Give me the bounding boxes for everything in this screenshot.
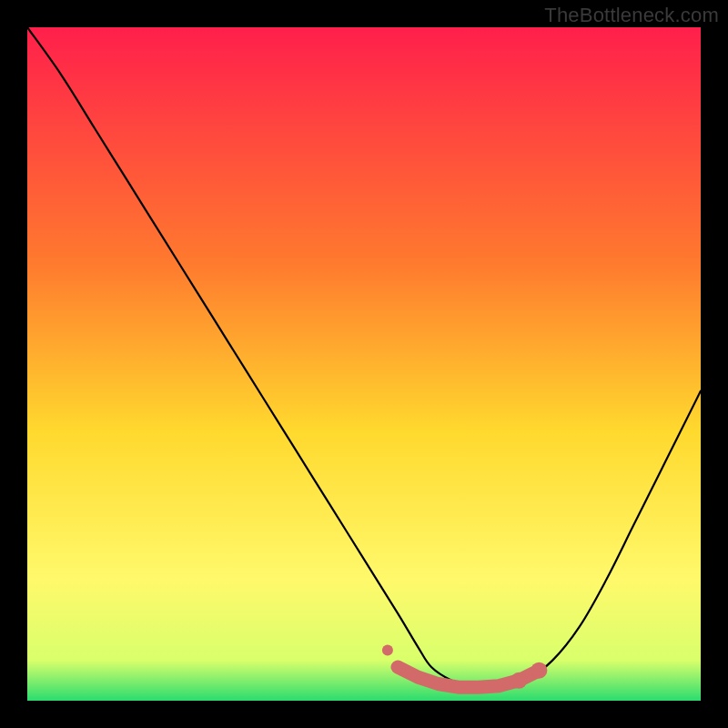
highlight-lead-dot bbox=[382, 645, 393, 656]
highlight-end-dot bbox=[531, 662, 547, 679]
gradient-background bbox=[27, 27, 701, 701]
highlight-end-dot bbox=[511, 672, 527, 689]
chart-frame: TheBottleneck.com bbox=[0, 0, 728, 728]
bottleneck-chart bbox=[27, 27, 701, 701]
watermark-text: TheBottleneck.com bbox=[544, 4, 719, 27]
plot-area bbox=[27, 27, 701, 701]
